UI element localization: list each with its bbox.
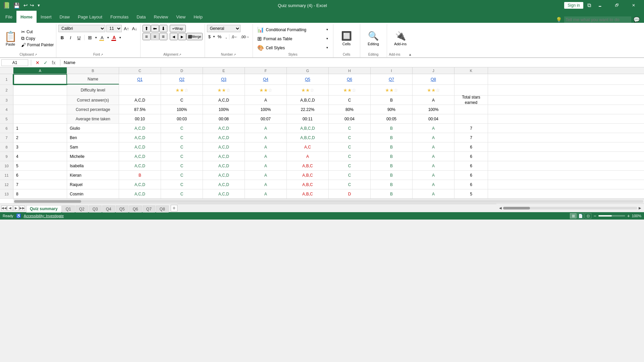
align-left-button[interactable]: ≡ [143,33,151,40]
align-center-button[interactable]: ≡ [151,33,159,40]
cell-a8[interactable]: 3 [13,142,67,152]
scroll-track[interactable] [14,200,643,203]
col-header-g[interactable]: G [287,67,329,74]
cell-d8[interactable]: C [161,142,203,152]
cell-f9[interactable]: A [245,152,287,161]
cell-k11[interactable]: 6 [454,171,488,180]
ribbon-collapse-button[interactable]: ▲ [409,53,412,56]
cell-h4[interactable]: 80% [329,105,371,114]
cell-e10[interactable]: A,C,D [203,161,245,170]
sheet-tab-q5[interactable]: Q5 [116,205,128,213]
col-header-i[interactable]: I [371,67,413,74]
clipboard-expander[interactable]: ↗ [35,53,37,56]
conditional-formatting-button[interactable]: 📊 Conditional Formatting ▼ [255,25,331,34]
cell-j6[interactable]: A [413,124,454,133]
cell-i8[interactable]: B [371,142,413,152]
cell-h7[interactable]: C [329,133,371,142]
cell-c4[interactable]: 87.5% [119,105,161,114]
cell-a12[interactable]: 7 [13,180,67,189]
indent-increase-button[interactable]: ▶ [178,33,186,40]
cell-i9[interactable]: B [371,152,413,161]
cell-j13[interactable]: A [413,189,454,198]
col-header-e[interactable]: E [203,67,245,74]
cell-g4[interactable]: 22.22% [287,105,329,114]
horizontal-scrollbar[interactable] [13,199,644,203]
cell-c9[interactable]: A,C,D [119,152,161,161]
cell-d5[interactable]: 00:03 [161,114,203,123]
cell-e11[interactable]: A,C,D [203,171,245,180]
tell-me-input[interactable] [564,16,631,23]
col-header-a[interactable]: A [13,67,67,74]
sheet-scroll-track[interactable] [503,207,637,209]
cell-f2[interactable]: ★★☆ [245,85,287,95]
cell-c5[interactable]: 00:10 [119,114,161,123]
cell-h11[interactable]: C [329,171,371,180]
cell-e4[interactable]: 100% [203,105,245,114]
cell-a13[interactable]: 8 [13,189,67,198]
cell-k3[interactable]: Total starsearned [454,96,488,105]
col-header-b[interactable]: B [67,67,119,74]
row-num-3[interactable]: 3 [0,96,13,105]
cell-h1[interactable]: Q6 [329,74,371,84]
alignment-expander[interactable]: ↗ [179,53,181,56]
cell-b6[interactable]: Giulio [67,124,119,133]
tab-prev-button[interactable]: ◀◀ [1,205,7,211]
zoom-in-button[interactable]: + [627,213,630,219]
cell-h2[interactable]: ★★☆ [329,85,371,95]
cell-c3[interactable]: A,C,D [119,96,161,105]
cell-d11[interactable]: C [161,171,203,180]
insert-function-button[interactable]: fx [50,59,57,66]
cell-k10[interactable]: 6 [454,161,488,170]
cell-e3[interactable]: A,C,D [203,96,245,105]
cell-a9[interactable]: 4 [13,152,67,161]
format-painter-button[interactable]: 🖌 Format Painter [20,42,55,48]
name-box[interactable] [1,59,28,66]
fill-color-button[interactable]: A [98,34,106,41]
cell-h8[interactable]: C [329,142,371,152]
cell-d6[interactable]: C [161,124,203,133]
border-dropdown[interactable]: ▼ [95,36,97,39]
cell-j2[interactable]: ★★☆ [413,85,454,95]
restore-button[interactable]: 🗗 [609,0,625,11]
align-middle-button[interactable]: ⬅ [151,25,159,32]
row-num-7[interactable]: 7 [0,133,13,142]
cell-g1[interactable]: Q5 [287,74,329,84]
cell-styles-dropdown[interactable]: ▼ [326,46,329,49]
cell-c8[interactable]: A,C,D [119,142,161,152]
cell-g13[interactable]: A,B,C [287,189,329,198]
paste-button[interactable]: 📋 Paste [2,30,19,47]
cell-h10[interactable]: C [329,161,371,170]
tab-back-button[interactable]: ◀ [7,205,13,211]
cell-b8[interactable]: Sam [67,142,119,152]
sheet-tab-q3[interactable]: Q3 [89,205,102,213]
cell-k13[interactable]: 5 [454,189,488,198]
tab-review[interactable]: Review [150,11,172,23]
page-layout-view-button[interactable]: 📄 [577,213,584,219]
italic-button[interactable]: I [67,34,74,41]
tab-forward-button[interactable]: ▶ [13,205,19,211]
close-button[interactable]: ✕ [626,0,641,11]
cell-k5[interactable] [454,114,488,123]
tab-help[interactable]: Help [190,11,207,23]
col-header-c[interactable]: C [119,67,161,74]
font-size-select[interactable]: 11 [106,25,122,32]
cell-e8[interactable]: A,C,D [203,142,245,152]
cell-c7[interactable]: A,C,D [119,133,161,142]
percent-button[interactable]: % [216,33,223,40]
minimize-button[interactable]: 🗕 [592,0,608,11]
cell-k6[interactable]: 7 [454,124,488,133]
zoom-out-button[interactable]: − [593,213,596,219]
decrease-font-size-button[interactable]: A↓ [131,26,138,32]
align-bottom-button[interactable]: ⬇ [159,25,167,32]
cell-d7[interactable]: C [161,133,203,142]
tab-data[interactable]: Data [132,11,150,23]
accounting-dropdown[interactable]: ▼ [213,35,215,38]
font-name-select[interactable]: Calibri [58,25,105,32]
sheet-tab-q8[interactable]: Q8 [156,205,169,213]
cell-f3[interactable]: A [245,96,287,105]
tab-home[interactable]: Home [16,11,37,23]
wrap-text-button[interactable]: ↵Wrap [170,25,186,32]
cell-k7[interactable]: 7 [454,133,488,142]
cell-b3[interactable]: Correct answer(s) [67,96,119,105]
cell-c11[interactable]: B [119,171,161,180]
